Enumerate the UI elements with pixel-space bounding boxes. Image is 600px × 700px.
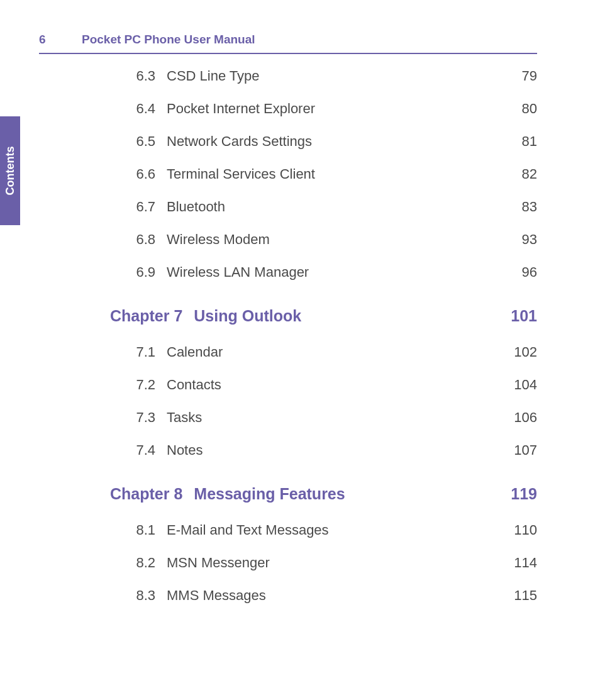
toc-section-title: MMS Messages — [167, 587, 499, 604]
toc-section-num: 6.7 — [124, 199, 167, 215]
toc-section-page: 104 — [499, 377, 537, 393]
toc-chapter-page: 119 — [499, 485, 537, 503]
toc-section-num: 6.9 — [124, 264, 167, 281]
toc-section-row[interactable]: 7.4 Notes 107 — [124, 442, 537, 458]
toc-section-page: 93 — [499, 231, 537, 248]
toc-section-num: 6.5 — [124, 133, 167, 150]
toc-section-page: 83 — [499, 199, 537, 215]
toc-section-row[interactable]: 6.7 Bluetooth 83 — [124, 199, 537, 215]
toc-section-page: 106 — [499, 409, 537, 426]
toc-section-row[interactable]: 6.9 Wireless LAN Manager 96 — [124, 264, 537, 281]
toc-section-title: Notes — [167, 442, 499, 458]
side-tab-label: Contents — [4, 147, 17, 196]
toc-section-row[interactable]: 6.6 Terminal Services Client 82 — [124, 166, 537, 182]
toc-section-num: 7.1 — [124, 344, 167, 360]
toc-section-title: Terminal Services Client — [167, 166, 499, 182]
toc-section-num: 8.2 — [124, 555, 167, 571]
side-tab: Contents — [0, 116, 20, 225]
toc-section-row[interactable]: 6.4 Pocket Internet Explorer 80 — [124, 101, 537, 117]
toc-section-page: 107 — [499, 442, 537, 458]
toc-section-title: Pocket Internet Explorer — [167, 101, 499, 117]
toc-section-title: Wireless Modem — [167, 231, 499, 248]
toc-section-title: CSD Line Type — [167, 68, 499, 84]
toc-section-title: Bluetooth — [167, 199, 499, 215]
toc-section-title: Contacts — [167, 377, 499, 393]
toc-chapter-label: Chapter 7 — [110, 307, 194, 325]
toc-chapter-row[interactable]: Chapter 8 Messaging Features 119 — [110, 485, 537, 503]
toc-section-num: 6.4 — [124, 101, 167, 117]
toc-section-page: 96 — [499, 264, 537, 281]
toc-section-row[interactable]: 7.1 Calendar 102 — [124, 344, 537, 360]
toc-section-title: Tasks — [167, 409, 499, 426]
toc-section-num: 8.1 — [124, 522, 167, 538]
toc-chapter-row[interactable]: Chapter 7 Using Outlook 101 — [110, 307, 537, 325]
toc-section-row[interactable]: 7.2 Contacts 104 — [124, 377, 537, 393]
toc-section-row[interactable]: 6.3 CSD Line Type 79 — [124, 68, 537, 84]
toc-section-page: 80 — [499, 101, 537, 117]
toc-section-row[interactable]: 6.8 Wireless Modem 93 — [124, 231, 537, 248]
toc-section-num: 7.4 — [124, 442, 167, 458]
toc-section-page: 115 — [499, 587, 537, 604]
toc-section-row[interactable]: 8.3 MMS Messages 115 — [124, 587, 537, 604]
toc-section-row[interactable]: 8.2 MSN Messenger 114 — [124, 555, 537, 571]
toc-section-num: 6.3 — [124, 68, 167, 84]
toc-group-ch7: 7.1 Calendar 102 7.2 Contacts 104 7.3 Ta… — [124, 344, 537, 458]
toc-section-page: 82 — [499, 166, 537, 182]
toc-section-row[interactable]: 8.1 E-Mail and Text Messages 110 — [124, 522, 537, 538]
toc-section-page: 110 — [499, 522, 537, 538]
toc-section-title: Calendar — [167, 344, 499, 360]
toc-section-page: 81 — [499, 133, 537, 150]
toc-section-title: E-Mail and Text Messages — [167, 522, 499, 538]
toc-group-ch8: 8.1 E-Mail and Text Messages 110 8.2 MSN… — [124, 522, 537, 604]
toc-section-title: Network Cards Settings — [167, 133, 499, 150]
toc-section-row[interactable]: 7.3 Tasks 106 — [124, 409, 537, 426]
document-title: Pocket PC Phone User Manual — [82, 33, 255, 47]
page-header: 6 Pocket PC Phone User Manual — [39, 33, 537, 54]
toc-section-title: MSN Messenger — [167, 555, 499, 571]
toc-chapter-title: Messaging Features — [194, 485, 499, 503]
toc-section-page: 114 — [499, 555, 537, 571]
toc-section-page: 102 — [499, 344, 537, 360]
toc-section-row[interactable]: 6.5 Network Cards Settings 81 — [124, 133, 537, 150]
toc-group-pre: 6.3 CSD Line Type 79 6.4 Pocket Internet… — [124, 68, 537, 281]
toc-chapter-page: 101 — [499, 307, 537, 325]
toc-content: 6.3 CSD Line Type 79 6.4 Pocket Internet… — [110, 68, 537, 620]
toc-section-num: 7.2 — [124, 377, 167, 393]
toc-section-page: 79 — [499, 68, 537, 84]
toc-section-num: 8.3 — [124, 587, 167, 604]
toc-section-title: Wireless LAN Manager — [167, 264, 499, 281]
page-number: 6 — [39, 33, 82, 47]
toc-section-num: 6.8 — [124, 231, 167, 248]
toc-chapter-title: Using Outlook — [194, 307, 499, 325]
toc-chapter-label: Chapter 8 — [110, 485, 194, 503]
toc-section-num: 7.3 — [124, 409, 167, 426]
toc-section-num: 6.6 — [124, 166, 167, 182]
